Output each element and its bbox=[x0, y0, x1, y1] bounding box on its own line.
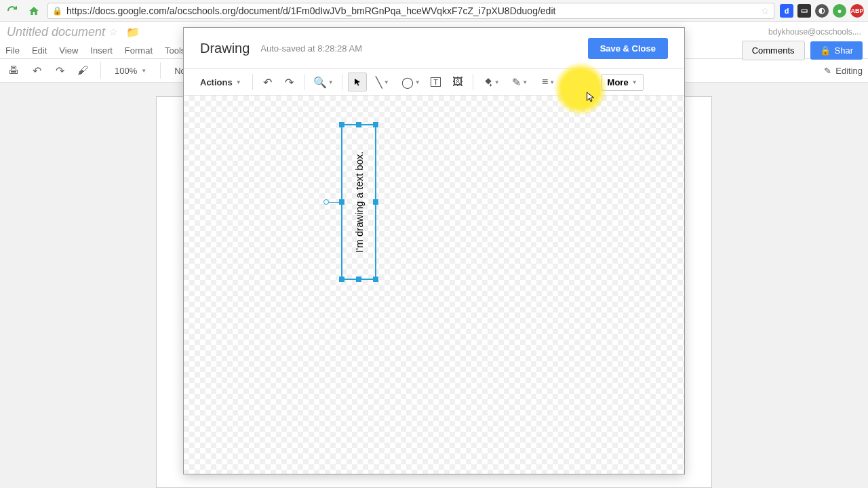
drawing-canvas[interactable]: I'm drawing a text box. bbox=[184, 96, 684, 474]
redo-icon[interactable]: ↷ bbox=[52, 62, 68, 79]
text-box-shape[interactable]: I'm drawing a text box. bbox=[341, 124, 376, 280]
drawing-modal: Drawing Auto-saved at 8:28:28 AM Save & … bbox=[183, 27, 685, 474]
drawing-header: Drawing Auto-saved at 8:28:28 AM Save & … bbox=[184, 28, 684, 68]
textbox-tool[interactable]: T bbox=[427, 73, 446, 92]
drawing-toolbar: Actions▼ ↶ ↷ 🔍▼ ╲▼ ◯▼ T 🖼 ▼ ✎▼ ≡▼ ┅▼ Mor… bbox=[184, 68, 684, 96]
editing-mode-button[interactable]: ✎ Editing bbox=[824, 66, 863, 76]
paint-format-icon[interactable]: 🖌 bbox=[75, 62, 91, 79]
save-close-button[interactable]: Save & Close bbox=[588, 38, 668, 59]
url-text: https://docs.google.com/a/ocschools.org/… bbox=[66, 5, 555, 16]
rotation-handle[interactable] bbox=[323, 199, 329, 205]
ext-green-icon[interactable]: ● bbox=[833, 4, 846, 18]
menu-insert[interactable]: Insert bbox=[90, 45, 113, 56]
document-title[interactable]: Untitled document bbox=[7, 25, 105, 39]
line-dash-button[interactable]: ┅▼ bbox=[564, 73, 590, 92]
line-tool[interactable]: ╲▼ bbox=[370, 73, 395, 92]
lock-icon: 🔒 bbox=[52, 6, 62, 16]
drawing-title: Drawing bbox=[200, 41, 250, 56]
ext-diigo-icon[interactable]: d bbox=[780, 4, 793, 18]
reload-button[interactable] bbox=[4, 3, 20, 19]
ext-screen-icon[interactable]: ▭ bbox=[797, 4, 811, 18]
select-tool[interactable] bbox=[348, 73, 367, 92]
more-button[interactable]: More▼ bbox=[601, 74, 644, 91]
text-box-content[interactable]: I'm drawing a text box. bbox=[353, 151, 365, 253]
resize-handle-ne[interactable] bbox=[373, 122, 378, 127]
print-icon[interactable]: 🖶 bbox=[5, 62, 22, 79]
user-email: bdykhouse@ocschools.... bbox=[768, 27, 861, 37]
resize-handle-sw[interactable] bbox=[339, 277, 344, 282]
star-icon[interactable]: ☆ bbox=[761, 5, 770, 16]
extension-icons: d ▭ ◐ ● ABP bbox=[780, 4, 864, 18]
zoom-select[interactable]: 100%▼ bbox=[111, 66, 151, 76]
resize-handle-nw[interactable] bbox=[339, 122, 344, 127]
menu-edit[interactable]: Edit bbox=[32, 45, 47, 56]
menu-view[interactable]: View bbox=[59, 45, 78, 56]
actions-button[interactable]: Actions▼ bbox=[195, 75, 247, 90]
home-button[interactable] bbox=[26, 3, 42, 19]
autosave-status: Auto-saved at 8:28:28 AM bbox=[260, 43, 362, 54]
menu-tools[interactable]: Tools bbox=[165, 45, 185, 56]
folder-icon[interactable]: 📁 bbox=[126, 26, 140, 39]
zoom-button[interactable]: 🔍▼ bbox=[311, 73, 336, 92]
redo-button[interactable]: ↷ bbox=[280, 73, 299, 92]
image-tool[interactable]: 🖼 bbox=[448, 73, 467, 92]
undo-icon[interactable]: ↶ bbox=[28, 62, 45, 79]
lock-icon: 🔒 bbox=[820, 45, 831, 56]
resize-handle-s[interactable] bbox=[356, 277, 361, 282]
resize-handle-e[interactable] bbox=[373, 199, 378, 205]
shape-tool[interactable]: ◯▼ bbox=[398, 73, 424, 92]
share-button[interactable]: 🔒 Shar bbox=[810, 41, 863, 60]
resize-handle-w[interactable] bbox=[339, 199, 344, 205]
browser-toolbar: 🔒 https://docs.google.com/a/ocschools.or… bbox=[0, 0, 868, 22]
line-weight-button[interactable]: ≡▼ bbox=[536, 73, 561, 92]
pencil-icon: ✎ bbox=[824, 66, 831, 76]
resize-handle-se[interactable] bbox=[373, 277, 378, 282]
line-color-button[interactable]: ✎▼ bbox=[507, 73, 533, 92]
url-bar[interactable]: 🔒 https://docs.google.com/a/ocschools.or… bbox=[47, 3, 774, 19]
ext-abp-icon[interactable]: ABP bbox=[850, 4, 864, 18]
resize-handle-n[interactable] bbox=[356, 122, 361, 127]
menu-format[interactable]: Format bbox=[125, 45, 153, 56]
menu-file[interactable]: File bbox=[5, 45, 20, 56]
star-doc-icon[interactable]: ☆ bbox=[109, 26, 118, 37]
fill-color-button[interactable]: ▼ bbox=[479, 73, 505, 92]
comments-button[interactable]: Comments bbox=[742, 41, 805, 60]
ext-clock-icon[interactable]: ◐ bbox=[815, 4, 829, 18]
undo-button[interactable]: ↶ bbox=[258, 73, 277, 92]
